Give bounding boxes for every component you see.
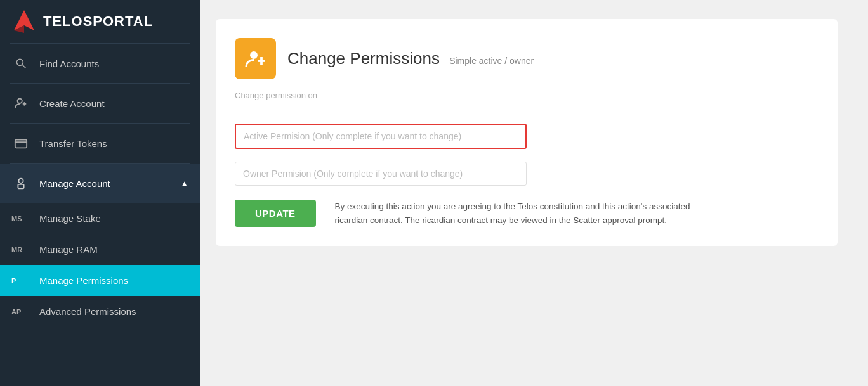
card-title-area: Change Permissions Simple active / owner [287, 49, 534, 68]
card-subtitle: Simple active / owner [449, 56, 534, 66]
svg-point-9 [18, 179, 23, 183]
sidebar-item-label-manage-stake: Manage Stake [39, 213, 101, 224]
sidebar-item-label-advanced-permissions: Advanced Permissions [39, 306, 136, 317]
sidebar-item-manage-ram[interactable]: MR Manage RAM [0, 234, 200, 265]
manage-ram-badge: MR [11, 246, 30, 254]
manage-stake-badge: MS [11, 215, 30, 222]
sidebar-item-transfer-tokens[interactable]: Transfer Tokens [0, 124, 200, 163]
card-title: Change Permissions Simple active / owner [287, 49, 534, 68]
svg-point-4 [18, 99, 22, 103]
main-content: Change Permissions Simple active / owner… [200, 0, 868, 386]
svg-point-11 [250, 51, 258, 59]
sidebar-item-label-manage-ram: Manage RAM [39, 244, 98, 255]
sidebar-item-manage-stake[interactable]: MS Manage Stake [0, 203, 200, 234]
content-card: Change Permissions Simple active / owner… [216, 19, 838, 246]
sidebar-item-label-transfer-tokens: Transfer Tokens [39, 138, 107, 149]
sidebar-item-label-create-account: Create Account [39, 98, 105, 109]
svg-point-2 [16, 59, 23, 65]
sidebar-item-find-accounts[interactable]: Find Accounts [0, 44, 200, 83]
sidebar-item-manage-permissions[interactable]: P Manage Permissions [0, 265, 200, 296]
svg-rect-7 [15, 140, 27, 148]
advanced-permissions-badge: AP [11, 308, 30, 316]
change-permission-label: Change permission on [235, 91, 819, 100]
add-person-icon-card [244, 48, 267, 70]
logo-text: TELOSPORTAL [43, 13, 153, 30]
sidebar: TELOSPORTAL Find Accounts Create Account… [0, 0, 200, 386]
sidebar-item-create-account[interactable]: Create Account [0, 84, 200, 123]
manage-permissions-badge: P [11, 277, 30, 285]
sidebar-item-label-find-accounts: Find Accounts [39, 58, 99, 69]
person-badge-icon [11, 174, 30, 193]
active-permission-input[interactable] [235, 124, 527, 149]
card-header: Change Permissions Simple active / owner [235, 38, 819, 79]
svg-line-3 [23, 65, 26, 68]
add-person-icon [11, 94, 30, 113]
sidebar-item-label-manage-account: Manage Account [39, 178, 110, 189]
bottom-row: UPDATE By executing this action you are … [235, 200, 819, 227]
disclaimer-text: By executing this action you are agreein… [335, 200, 703, 227]
sidebar-item-manage-account[interactable]: Manage Account ▲ [0, 164, 200, 203]
search-icon [11, 54, 30, 73]
sidebar-item-label-manage-permissions: Manage Permissions [39, 275, 128, 286]
sidebar-item-advanced-permissions[interactable]: AP Advanced Permissions [0, 296, 200, 327]
logo-icon [11, 9, 37, 34]
owner-permission-input[interactable] [235, 162, 527, 186]
sidebar-header: TELOSPORTAL [0, 0, 200, 43]
card-icon [235, 38, 276, 79]
update-button[interactable]: UPDATE [235, 200, 316, 227]
card-icon [11, 134, 30, 153]
chevron-up-icon: ▲ [180, 179, 188, 188]
svg-rect-10 [18, 184, 23, 188]
